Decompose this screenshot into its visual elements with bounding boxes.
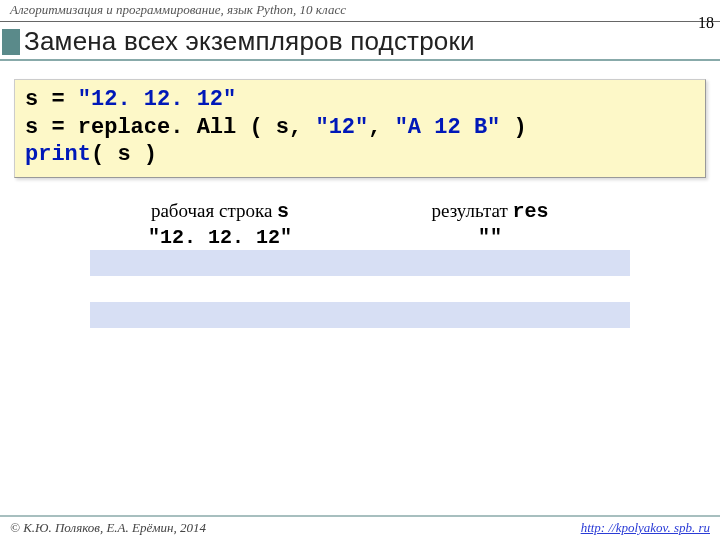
table-cell: "12. 12. 12" bbox=[90, 225, 350, 249]
table-cell bbox=[90, 262, 350, 263]
table-row bbox=[90, 250, 630, 276]
header-var: res bbox=[512, 200, 548, 223]
code-text: ) bbox=[500, 115, 526, 140]
table-row: "12. 12. 12" "" bbox=[90, 224, 630, 250]
header-text: рабочая строка bbox=[151, 200, 277, 221]
table-row bbox=[90, 302, 630, 328]
footer-bar: © К.Ю. Поляков, Е.А. Ерёмин, 2014 http: … bbox=[0, 515, 720, 536]
page-number: 18 bbox=[698, 14, 714, 32]
table-cell bbox=[350, 314, 630, 315]
table-header-cell: рабочая строка s bbox=[90, 199, 350, 223]
footer-link[interactable]: http: //kpolyakov. spb. ru bbox=[581, 520, 710, 536]
code-line-1: s = "12. 12. 12" bbox=[25, 86, 695, 114]
slide-title: Замена всех экземпляров подстроки bbox=[24, 26, 475, 57]
table-cell bbox=[350, 262, 630, 263]
code-string: "A 12 B" bbox=[395, 115, 501, 140]
code-text: , bbox=[368, 115, 394, 140]
code-keyword: print bbox=[25, 142, 91, 167]
code-string: "12. 12. 12" bbox=[78, 87, 236, 112]
code-text: s = replace. All ( s, bbox=[25, 115, 315, 140]
table-cell bbox=[350, 288, 630, 289]
code-text: ( s ) bbox=[91, 142, 157, 167]
title-accent bbox=[2, 29, 20, 55]
table-header-row: рабочая строка s результат res bbox=[90, 198, 630, 224]
table-row bbox=[90, 276, 630, 302]
title-row: Замена всех экземпляров подстроки bbox=[0, 22, 720, 61]
header-var: s bbox=[277, 200, 289, 223]
course-label: Алгоритмизация и программирование, язык … bbox=[10, 2, 346, 18]
header-bar: Алгоритмизация и программирование, язык … bbox=[0, 0, 720, 22]
header-text: результат bbox=[432, 200, 513, 221]
code-string: "12" bbox=[315, 115, 368, 140]
code-line-3: print( s ) bbox=[25, 141, 695, 169]
code-line-2: s = replace. All ( s, "12", "A 12 B" ) bbox=[25, 114, 695, 142]
copyright: © К.Ю. Поляков, Е.А. Ерёмин, 2014 bbox=[10, 520, 206, 536]
table-cell bbox=[90, 314, 350, 315]
trace-table: рабочая строка s результат res "12. 12. … bbox=[90, 198, 630, 328]
table-cell: "" bbox=[350, 225, 630, 249]
table-header-cell: результат res bbox=[350, 199, 630, 223]
table-cell bbox=[90, 288, 350, 289]
code-block: s = "12. 12. 12" s = replace. All ( s, "… bbox=[14, 79, 706, 178]
code-text: s = bbox=[25, 87, 78, 112]
